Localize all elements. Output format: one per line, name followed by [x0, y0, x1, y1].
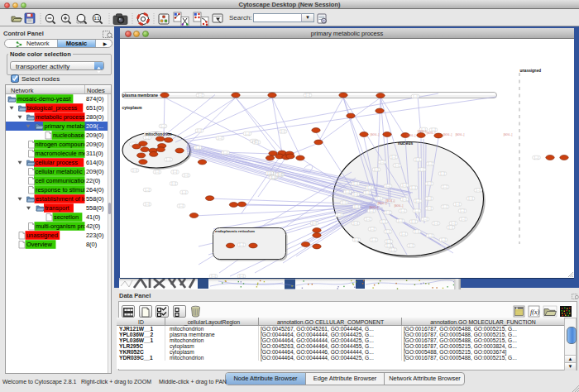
svg-text:biological_process: biological_process — [27, 104, 78, 112]
svg-text:[....]: [....] — [386, 244, 390, 247]
svg-text:[....]: [....] — [376, 197, 380, 200]
svg-text:f(x): f(x) — [530, 308, 539, 316]
svg-text:[....]: [....] — [443, 185, 447, 189]
svg-text:[GO:0...]: [GO:0...] — [395, 204, 404, 208]
svg-text:mosaic-demo-yeast: mosaic-demo-yeast — [17, 95, 70, 103]
svg-text:[GO:0...]: [GO:0...] — [427, 131, 436, 135]
svg-text:[....]: [....] — [184, 174, 188, 177]
svg-text:[....]: [....] — [354, 238, 358, 241]
svg-text:cellular process: cellular process — [36, 159, 79, 166]
svg-text:[....]: [....] — [195, 146, 199, 150]
svg-text:223(0): 223(0) — [86, 232, 103, 239]
svg-text:[....]: [....] — [312, 222, 316, 225]
svg-text:[....]: [....] — [419, 168, 423, 171]
svg-text:[....]: [....] — [155, 170, 159, 174]
svg-text:[....]: [....] — [354, 205, 358, 208]
svg-text:[....]: [....] — [402, 184, 406, 187]
svg-text:[....]: [....] — [239, 243, 243, 246]
svg-text:[....]: [....] — [443, 205, 447, 208]
svg-text:[....]: [....] — [305, 93, 309, 97]
svg-text:unassigned: unassigned — [26, 232, 58, 239]
svg-text:[GO:0...]: [GO:0...] — [443, 133, 452, 136]
svg-text:[....]: [....] — [370, 227, 374, 231]
svg-text:[....]: [....] — [353, 193, 357, 196]
svg-text:[....]: [....] — [166, 158, 170, 161]
svg-text:[....]: [....] — [440, 172, 444, 175]
svg-text:[....]: [....] — [428, 234, 432, 237]
svg-text:[....]: [....] — [145, 203, 149, 206]
svg-text:[....]: [....] — [197, 129, 201, 132]
svg-text:651(0): 651(0) — [86, 104, 103, 112]
svg-text:[....]: [....] — [413, 95, 417, 98]
svg-text:209(0): 209(0) — [86, 141, 103, 148]
svg-text:[....]: [....] — [414, 209, 419, 213]
svg-text:[....]: [....] — [369, 209, 373, 213]
svg-text:[....]: [....] — [171, 182, 175, 185]
svg-text:209(...: 209(... — [86, 122, 103, 130]
svg-text:[GO:0...]: [GO:0...] — [386, 199, 395, 203]
svg-text:cellular metabolic pr: cellular metabolic pr — [36, 168, 90, 175]
svg-text:[GO:0...]: [GO:0...] — [407, 134, 416, 137]
svg-text:[....]: [....] — [433, 222, 438, 225]
svg-text:unassigned: unassigned — [520, 69, 542, 73]
svg-text:endoplasmic reticulum: endoplasmic reticulum — [215, 229, 255, 233]
svg-text:[....]: [....] — [395, 164, 399, 167]
svg-text:[....]: [....] — [182, 191, 186, 194]
svg-text:[....]: [....] — [476, 189, 480, 192]
svg-text:264(0): 264(0) — [86, 186, 103, 194]
svg-text:[....]: [....] — [468, 197, 472, 200]
svg-text:[GO:0...]: [GO:0...] — [456, 133, 465, 136]
svg-text:Overview: Overview — [26, 241, 52, 248]
svg-text:280(0): 280(0) — [86, 113, 103, 121]
svg-text:[....]: [....] — [211, 275, 215, 278]
svg-text:[....]: [....] — [353, 222, 357, 225]
svg-text:[....]: [....] — [353, 182, 357, 185]
svg-text:[....]: [....] — [366, 218, 370, 221]
svg-text:[....]: [....] — [160, 125, 165, 128]
svg-text:[....]: [....] — [441, 238, 445, 241]
svg-text:[....]: [....] — [254, 141, 258, 144]
svg-text:[....]: [....] — [145, 136, 149, 140]
svg-text:874(0): 874(0) — [86, 95, 103, 103]
svg-text:[....]: [....] — [132, 169, 136, 172]
svg-text:[GO:0...]: [GO:0...] — [371, 133, 380, 136]
svg-text:[....]: [....] — [223, 151, 227, 155]
svg-text:614(0): 614(0) — [86, 159, 103, 166]
svg-text:[....]: [....] — [386, 240, 390, 243]
svg-text:[....]: [....] — [411, 220, 415, 223]
svg-text:311(0): 311(0) — [86, 150, 103, 157]
svg-text:[....]: [....] — [409, 244, 413, 247]
svg-text:cytoplasm: cytoplasm — [122, 106, 143, 110]
svg-text:[GO:0...]: [GO:0...] — [504, 133, 513, 136]
svg-text:[....]: [....] — [460, 209, 464, 213]
svg-text:[....]: [....] — [398, 219, 402, 222]
svg-text:209(0): 209(0) — [86, 131, 103, 139]
svg-text:[....]: [....] — [371, 238, 376, 241]
svg-text:42(0): 42(0) — [86, 222, 100, 230]
svg-text:1:1: 1:1 — [94, 17, 100, 21]
svg-text:[....]: [....] — [391, 155, 395, 159]
svg-text:[....]: [....] — [448, 226, 452, 229]
svg-text:[....]: [....] — [280, 130, 285, 133]
svg-text:[....]: [....] — [414, 230, 419, 233]
svg-text:558(0): 558(0) — [86, 204, 103, 212]
svg-text:[....]: [....] — [218, 136, 222, 140]
svg-text:[....]: [....] — [451, 222, 455, 225]
svg-text:[....]: [....] — [427, 207, 431, 210]
svg-text:[....]: [....] — [385, 230, 390, 233]
svg-text:[....]: [....] — [455, 203, 459, 206]
svg-text:[....]: [....] — [270, 176, 275, 179]
svg-text:[....]: [....] — [173, 170, 177, 174]
svg-text:22(0): 22(0) — [86, 177, 100, 184]
svg-text:[....]: [....] — [239, 275, 243, 278]
svg-text:[....]: [....] — [427, 197, 431, 200]
svg-text:[....]: [....] — [337, 213, 341, 217]
svg-text:8(0): 8(0) — [86, 241, 97, 248]
svg-text:[....]: [....] — [179, 204, 183, 208]
svg-text:[GO:0...]: [GO:0...] — [418, 130, 427, 133]
svg-text:[....]: [....] — [385, 211, 390, 214]
svg-text:[GO:0...]: [GO:0...] — [370, 206, 379, 209]
svg-text:[....]: [....] — [402, 198, 406, 201]
svg-text:[....]: [....] — [145, 189, 149, 192]
svg-text:[....]: [....] — [427, 182, 431, 185]
